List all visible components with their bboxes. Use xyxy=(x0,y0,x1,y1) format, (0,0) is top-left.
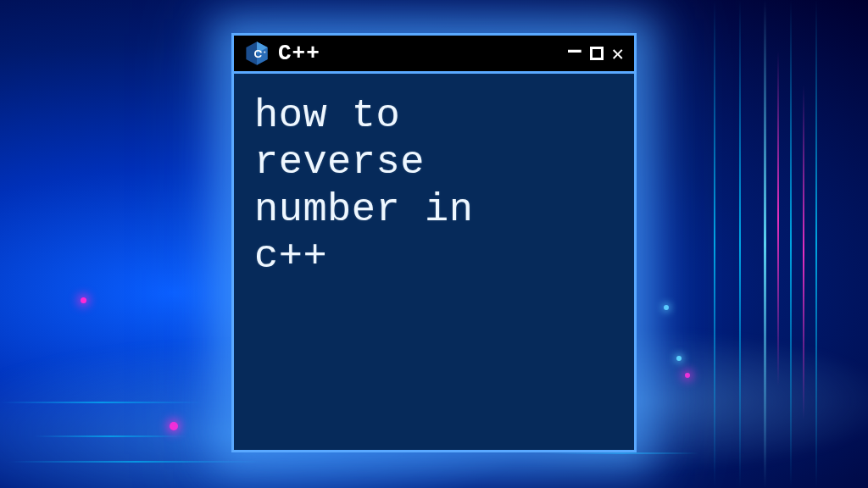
svg-text:+: + xyxy=(264,50,266,54)
window-content: how to reverse number in c++ xyxy=(234,74,634,299)
window-controls: — ✕ xyxy=(568,42,624,64)
maximize-button[interactable] xyxy=(590,47,604,60)
titlebar: C + + C++ — ✕ xyxy=(231,33,637,74)
terminal-window: C + + C++ — ✕ how to reverse number in c… xyxy=(231,36,637,452)
minimize-button[interactable]: — xyxy=(568,39,581,61)
close-button[interactable]: ✕ xyxy=(612,43,624,64)
window-title: C++ xyxy=(278,41,559,66)
cpp-logo-icon: C + + xyxy=(244,41,270,66)
svg-text:+: + xyxy=(260,50,263,54)
